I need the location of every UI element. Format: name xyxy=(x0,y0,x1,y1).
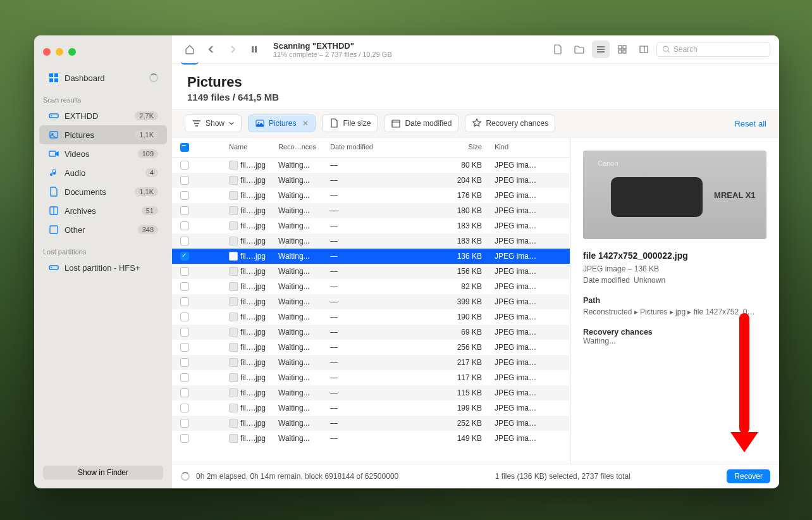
col-size[interactable]: Size xyxy=(426,142,489,153)
row-checkbox[interactable] xyxy=(180,419,189,428)
file-icon xyxy=(229,221,238,230)
preview-date-value: Unknown xyxy=(634,276,665,285)
show-in-finder-button[interactable]: Show in Finder xyxy=(43,466,163,480)
row-checkbox[interactable] xyxy=(180,191,189,200)
recover-button[interactable]: Recover xyxy=(727,469,770,483)
grid-view-button[interactable] xyxy=(613,40,631,58)
recovery-chances-filter[interactable]: Recovery chances xyxy=(465,115,555,132)
row-checkbox[interactable] xyxy=(180,206,189,215)
sidebar-item-other[interactable]: Other348 xyxy=(39,220,167,239)
cell-kind: JPEG ima… xyxy=(489,404,570,412)
audio-icon xyxy=(48,167,59,178)
table-row[interactable]: fil….jpgWaiting...—183 KBJPEG ima… xyxy=(172,233,570,249)
col-name[interactable]: Name xyxy=(197,142,273,153)
row-checkbox[interactable] xyxy=(180,176,189,185)
file-view-button[interactable] xyxy=(549,40,567,58)
row-checkbox[interactable] xyxy=(180,267,189,276)
table-row[interactable]: fil….jpgWaiting...—217 KBJPEG ima… xyxy=(172,355,570,370)
image-icon xyxy=(48,129,59,140)
file-size-filter[interactable]: File size xyxy=(322,115,378,132)
col-date[interactable]: Date modified xyxy=(325,142,426,153)
sidebar-item-archives[interactable]: Archives51 xyxy=(39,201,167,220)
table-row[interactable]: fil….jpgWaiting...—199 KBJPEG ima… xyxy=(172,400,570,416)
master-checkbox[interactable] xyxy=(172,142,197,153)
list-view-button[interactable] xyxy=(592,40,610,58)
table-body[interactable]: fil….jpgWaiting...—80 KBJPEG ima…fil….jp… xyxy=(172,158,570,464)
remove-chip-icon[interactable]: ✕ xyxy=(302,119,309,128)
table-row[interactable]: fil….jpgWaiting...—252 KBJPEG ima… xyxy=(172,416,570,431)
row-checkbox[interactable] xyxy=(180,237,189,245)
cell-recovery: Waiting... xyxy=(273,267,325,276)
row-checkbox[interactable] xyxy=(180,328,189,337)
row-checkbox[interactable] xyxy=(180,343,189,352)
file-icon xyxy=(229,297,238,306)
file-icon xyxy=(229,419,238,428)
panel-toggle-button[interactable] xyxy=(635,40,653,58)
cell-date: — xyxy=(325,419,426,428)
file-icon xyxy=(229,313,238,321)
table-row[interactable]: fil….jpgWaiting...—183 KBJPEG ima… xyxy=(172,218,570,233)
table-row[interactable]: fil….jpgWaiting...—399 KBJPEG ima… xyxy=(172,294,570,309)
sidebar-item-documents[interactable]: Documents1,1K xyxy=(39,182,167,201)
sidebar-item-pictures[interactable]: Pictures1,1K xyxy=(39,125,167,144)
file-icon xyxy=(229,404,238,412)
dashboard-icon xyxy=(48,72,59,84)
maximize-button[interactable] xyxy=(68,48,76,56)
table-row[interactable]: fil….jpgWaiting...—115 KBJPEG ima… xyxy=(172,385,570,400)
row-checkbox[interactable] xyxy=(180,358,189,367)
table-row[interactable]: fil….jpgWaiting...—190 KBJPEG ima… xyxy=(172,309,570,325)
sidebar-item-audio[interactable]: Audio4 xyxy=(39,163,167,182)
date-modified-filter[interactable]: Date modified xyxy=(384,115,458,132)
folder-view-button[interactable] xyxy=(570,40,588,58)
sidebar-dashboard[interactable]: Dashboard xyxy=(39,68,167,87)
spinner-icon xyxy=(181,472,190,481)
table-row[interactable]: fil….jpgWaiting...—117 KBJPEG ima… xyxy=(172,370,570,385)
row-checkbox[interactable] xyxy=(180,221,189,230)
sidebar-item-videos[interactable]: Videos109 xyxy=(39,144,167,163)
row-checkbox[interactable] xyxy=(180,388,189,397)
pause-button[interactable] xyxy=(245,40,263,58)
close-button[interactable] xyxy=(43,48,51,56)
table-row[interactable]: fil….jpgWaiting...—176 KBJPEG ima… xyxy=(172,188,570,203)
cell-date: — xyxy=(325,404,426,412)
cell-name: fil….jpg xyxy=(197,221,273,231)
table-row[interactable]: fil….jpgWaiting...—204 KBJPEG ima… xyxy=(172,173,570,188)
row-checkbox[interactable] xyxy=(180,404,189,412)
col-kind[interactable]: Kind xyxy=(489,142,570,153)
row-checkbox[interactable] xyxy=(180,282,189,291)
sidebar-item-exthdd[interactable]: EXTHDD2,7K xyxy=(39,106,167,125)
cell-recovery: Waiting... xyxy=(273,221,325,230)
table-row[interactable]: fil….jpgWaiting...—156 KBJPEG ima… xyxy=(172,264,570,279)
row-checkbox[interactable] xyxy=(180,373,189,382)
minimize-button[interactable] xyxy=(56,48,63,56)
table-row[interactable]: fil….jpgWaiting...—82 KBJPEG ima… xyxy=(172,279,570,294)
row-checkbox[interactable] xyxy=(180,252,189,261)
table-row[interactable]: fil….jpgWaiting...—180 KBJPEG ima… xyxy=(172,203,570,218)
reset-all-button[interactable]: Reset all xyxy=(734,119,766,128)
col-recovery[interactable]: Reco…nces xyxy=(273,142,325,153)
preview-path-label: Path xyxy=(583,296,766,305)
row-checkbox[interactable] xyxy=(180,161,189,170)
table-row[interactable]: fil….jpgWaiting...—149 KBJPEG ima… xyxy=(172,431,570,446)
sidebar-lost-partition[interactable]: Lost partition - HFS+ xyxy=(39,258,167,277)
forward-button[interactable] xyxy=(224,40,242,58)
row-checkbox[interactable] xyxy=(180,313,189,321)
back-button[interactable] xyxy=(202,40,220,58)
cell-size: 117 KB xyxy=(426,373,489,382)
pictures-filter-chip[interactable]: Pictures ✕ xyxy=(248,115,316,132)
table-row[interactable]: fil….jpgWaiting...—256 KBJPEG ima… xyxy=(172,340,570,355)
table-row[interactable]: fil….jpgWaiting...—80 KBJPEG ima… xyxy=(172,158,570,173)
cell-kind: JPEG ima… xyxy=(489,343,570,352)
sidebar-label: Dashboard xyxy=(65,73,149,83)
table-row[interactable]: fil….jpgWaiting...—69 KBJPEG ima… xyxy=(172,325,570,340)
search-input[interactable]: Search xyxy=(656,42,770,57)
home-button[interactable] xyxy=(181,47,199,65)
file-icon xyxy=(229,358,238,367)
row-checkbox[interactable] xyxy=(180,434,189,443)
svg-rect-31 xyxy=(392,120,400,127)
row-checkbox[interactable] xyxy=(180,297,189,306)
cell-recovery: Waiting... xyxy=(273,206,325,215)
show-filter[interactable]: Show xyxy=(185,115,242,132)
table-row[interactable]: fil….jpgWaiting...—136 KBJPEG ima… xyxy=(172,249,570,264)
cell-name: fil….jpg xyxy=(197,161,273,170)
